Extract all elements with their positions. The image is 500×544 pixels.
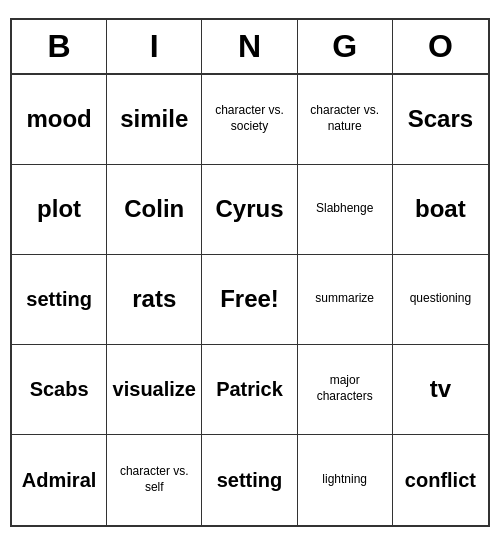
- bingo-cell-22: setting: [202, 435, 297, 525]
- cell-text-2: character vs. society: [206, 103, 292, 134]
- bingo-cell-11: rats: [107, 255, 202, 345]
- bingo-cell-5: plot: [12, 165, 107, 255]
- header-letter-b: B: [12, 20, 107, 73]
- bingo-cell-9: boat: [393, 165, 488, 255]
- cell-text-4: Scars: [408, 103, 473, 134]
- header-letter-n: N: [202, 20, 297, 73]
- cell-text-19: tv: [430, 373, 451, 404]
- cell-text-9: boat: [415, 193, 466, 224]
- bingo-cell-16: visualize: [107, 345, 202, 435]
- bingo-cell-6: Colin: [107, 165, 202, 255]
- bingo-cell-10: setting: [12, 255, 107, 345]
- bingo-cell-0: mood: [12, 75, 107, 165]
- bingo-cell-19: tv: [393, 345, 488, 435]
- cell-text-22: setting: [217, 467, 283, 493]
- cell-text-18: major characters: [302, 373, 388, 404]
- bingo-cell-23: lightning: [298, 435, 393, 525]
- cell-text-1: simile: [120, 103, 188, 134]
- cell-text-6: Colin: [124, 193, 184, 224]
- cell-text-21: character vs. self: [111, 464, 197, 495]
- bingo-card: BINGO moodsimilecharacter vs. societycha…: [10, 18, 490, 527]
- header-letter-g: G: [298, 20, 393, 73]
- bingo-cell-1: simile: [107, 75, 202, 165]
- bingo-cell-12: Free!: [202, 255, 297, 345]
- bingo-cell-2: character vs. society: [202, 75, 297, 165]
- cell-text-8: Slabhenge: [316, 201, 373, 217]
- bingo-cell-20: Admiral: [12, 435, 107, 525]
- header-letter-o: O: [393, 20, 488, 73]
- cell-text-3: character vs. nature: [302, 103, 388, 134]
- cell-text-12: Free!: [220, 283, 279, 314]
- cell-text-24: conflict: [405, 467, 476, 493]
- cell-text-10: setting: [26, 286, 92, 312]
- cell-text-15: Scabs: [30, 376, 89, 402]
- bingo-cell-21: character vs. self: [107, 435, 202, 525]
- bingo-cell-14: questioning: [393, 255, 488, 345]
- cell-text-17: Patrick: [216, 376, 283, 402]
- cell-text-16: visualize: [113, 376, 196, 402]
- cell-text-0: mood: [26, 103, 91, 134]
- bingo-cell-13: summarize: [298, 255, 393, 345]
- bingo-cell-3: character vs. nature: [298, 75, 393, 165]
- bingo-cell-17: Patrick: [202, 345, 297, 435]
- cell-text-13: summarize: [315, 291, 374, 307]
- cell-text-23: lightning: [322, 472, 367, 488]
- bingo-header: BINGO: [12, 20, 488, 75]
- bingo-cell-8: Slabhenge: [298, 165, 393, 255]
- cell-text-11: rats: [132, 283, 176, 314]
- cell-text-20: Admiral: [22, 467, 96, 493]
- bingo-grid: moodsimilecharacter vs. societycharacter…: [12, 75, 488, 525]
- bingo-cell-7: Cyrus: [202, 165, 297, 255]
- bingo-cell-24: conflict: [393, 435, 488, 525]
- cell-text-5: plot: [37, 193, 81, 224]
- header-letter-i: I: [107, 20, 202, 73]
- cell-text-14: questioning: [410, 291, 471, 307]
- bingo-cell-15: Scabs: [12, 345, 107, 435]
- cell-text-7: Cyrus: [215, 193, 283, 224]
- bingo-cell-4: Scars: [393, 75, 488, 165]
- bingo-cell-18: major characters: [298, 345, 393, 435]
